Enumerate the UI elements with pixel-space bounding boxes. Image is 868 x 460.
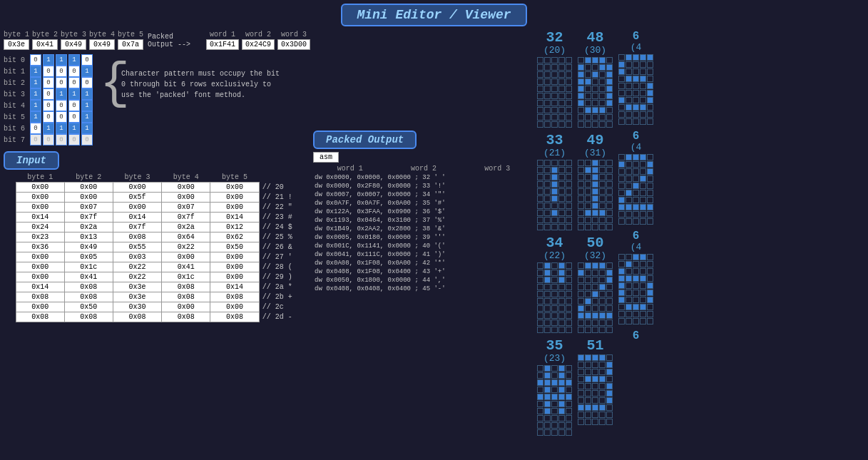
bit-cell[interactable]: 0: [56, 77, 67, 88]
input-cell[interactable]: 0x00: [210, 302, 259, 312]
bit-cell[interactable]: 0: [30, 54, 41, 66]
input-cell[interactable]: 0x07: [162, 203, 210, 213]
input-cell[interactable]: 0x00: [16, 183, 64, 193]
input-cell[interactable]: 0x08: [64, 282, 113, 292]
input-cell[interactable]: 0x00: [210, 272, 259, 282]
bit-cell[interactable]: 1: [30, 66, 41, 77]
input-cell[interactable]: 0x08: [64, 292, 113, 302]
bit-cell[interactable]: 0: [56, 111, 67, 123]
input-cell[interactable]: 0x30: [113, 302, 161, 312]
input-cell[interactable]: 0x1c: [162, 272, 210, 282]
input-cell[interactable]: 0x00: [16, 272, 64, 282]
bit-cell[interactable]: 1: [81, 111, 93, 123]
input-cell[interactable]: 0x49: [64, 242, 113, 252]
input-cell[interactable]: 0x00: [113, 183, 161, 193]
input-cell[interactable]: 0x08: [16, 312, 64, 322]
bit-cell[interactable]: 0: [81, 77, 93, 88]
input-cell[interactable]: 0x08: [162, 292, 210, 302]
input-cell[interactable]: 0x00: [64, 183, 113, 193]
input-cell[interactable]: 0x07: [64, 203, 113, 213]
input-cell[interactable]: 0x00: [210, 183, 259, 193]
input-cell[interactable]: 0x2a: [162, 223, 210, 232]
bit-cell[interactable]: 0: [68, 111, 80, 123]
bit-cell[interactable]: 0: [30, 123, 41, 134]
asm-tab[interactable]: asm: [313, 152, 339, 163]
input-cell[interactable]: 0x62: [210, 232, 259, 242]
input-cell[interactable]: 0x08: [162, 282, 210, 292]
byte-value-4[interactable]: 0x49: [89, 39, 115, 50]
input-cell[interactable]: 0x41: [64, 272, 113, 282]
bit-cell[interactable]: 0: [56, 134, 67, 145]
bit-cell[interactable]: 0: [43, 134, 54, 145]
input-cell[interactable]: 0x08: [162, 312, 210, 322]
input-cell[interactable]: 0x7f: [162, 213, 210, 223]
bit-cell[interactable]: 1: [56, 123, 67, 134]
input-cell[interactable]: 0x22: [162, 242, 210, 252]
input-cell[interactable]: 0x03: [113, 252, 161, 262]
input-cell[interactable]: 0x2a: [64, 223, 113, 232]
bit-cell[interactable]: 0: [43, 66, 54, 77]
input-cell[interactable]: 0x36: [16, 242, 64, 252]
input-cell[interactable]: 0x14: [113, 213, 161, 223]
bit-cell[interactable]: 0: [68, 100, 80, 111]
bit-cell[interactable]: 1: [30, 100, 41, 111]
input-cell[interactable]: 0x00: [210, 252, 259, 262]
input-cell[interactable]: 0x00: [210, 203, 259, 213]
input-cell[interactable]: 0x24: [16, 223, 64, 232]
bit-cell[interactable]: 0: [43, 100, 54, 111]
bit-cell[interactable]: 1: [81, 100, 93, 111]
bit-cell[interactable]: 1: [43, 123, 54, 134]
input-cell[interactable]: 0x08: [210, 292, 259, 302]
input-cell[interactable]: 0x00: [162, 183, 210, 193]
input-cell[interactable]: 0x00: [16, 193, 64, 203]
input-cell[interactable]: 0x00: [64, 193, 113, 203]
bit-cell[interactable]: 0: [68, 134, 80, 145]
bit-cell[interactable]: 0: [43, 111, 54, 123]
input-cell[interactable]: 0x3e: [113, 292, 161, 302]
input-cell[interactable]: 0x08: [16, 292, 64, 302]
input-cell[interactable]: 0x00: [162, 252, 210, 262]
input-cell[interactable]: 0x00: [16, 252, 64, 262]
input-cell[interactable]: 0x14: [210, 282, 259, 292]
input-cell[interactable]: 0x7f: [64, 213, 113, 223]
input-cell[interactable]: 0x08: [210, 312, 259, 322]
bit-cell[interactable]: 1: [30, 88, 41, 100]
input-cell[interactable]: 0x14: [16, 213, 64, 223]
input-cell[interactable]: 0x1c: [64, 262, 113, 272]
bit-cell[interactable]: 1: [30, 77, 41, 88]
input-cell[interactable]: 0x00: [162, 302, 210, 312]
bit-cell[interactable]: 1: [56, 54, 67, 66]
bit-cell[interactable]: 0: [56, 100, 67, 111]
input-cell[interactable]: 0x41: [162, 262, 210, 272]
input-cell[interactable]: 0x00: [16, 302, 64, 312]
input-cell[interactable]: 0x00: [16, 203, 64, 213]
input-cell[interactable]: 0x23: [16, 232, 64, 242]
input-cell[interactable]: 0x50: [64, 302, 113, 312]
bit-cell[interactable]: 0: [43, 77, 54, 88]
byte-value-1[interactable]: 0x3e: [4, 39, 29, 50]
input-cell[interactable]: 0x5f: [113, 193, 161, 203]
input-cell[interactable]: 0x14: [16, 282, 64, 292]
input-cell[interactable]: 0x14: [210, 213, 259, 223]
input-cell[interactable]: 0x7f: [113, 223, 161, 232]
input-cell[interactable]: 0x3e: [113, 282, 161, 292]
bit-cell[interactable]: 0: [68, 66, 80, 77]
bit-cell[interactable]: 0: [43, 88, 54, 100]
bit-cell[interactable]: 1: [30, 111, 41, 123]
input-cell[interactable]: 0x00: [210, 262, 259, 272]
byte-value-3[interactable]: 0x49: [61, 39, 86, 50]
input-cell[interactable]: 0x00: [113, 203, 161, 213]
bit-cell[interactable]: 1: [56, 88, 67, 100]
input-cell[interactable]: 0x00: [210, 193, 259, 203]
bit-cell[interactable]: 1: [43, 54, 54, 66]
input-cell[interactable]: 0x08: [64, 312, 113, 322]
byte-value-5[interactable]: 0x7a: [118, 39, 143, 50]
input-cell[interactable]: 0x12: [210, 223, 259, 232]
bit-cell[interactable]: 1: [68, 54, 80, 66]
input-cell[interactable]: 0x13: [64, 232, 113, 242]
bit-cell[interactable]: 1: [68, 123, 80, 134]
input-cell[interactable]: 0x50: [210, 242, 259, 252]
bit-cell[interactable]: 1: [81, 123, 93, 134]
bit-cell[interactable]: 0: [56, 66, 67, 77]
bit-cell[interactable]: 1: [81, 66, 93, 77]
